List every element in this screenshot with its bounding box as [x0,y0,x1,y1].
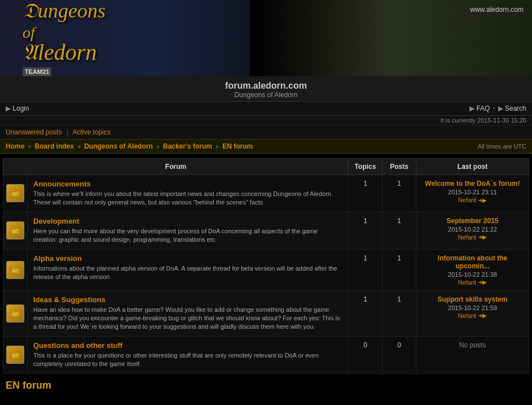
lastpost-cell: Support skills system 2015-10-22 21:59 N… [416,290,529,336]
title-bar: forum.aledorn.com Dungeons of Aledorn [0,76,532,102]
svg-rect-6 [12,230,19,231]
folder-icon [10,350,20,360]
lastpost-title-link[interactable]: Information about the upcomin... [438,254,507,270]
forum-icon-cell [3,336,28,373]
lastpost-arrow: ➜▶ [478,279,487,285]
table-row: Alpha version Informations about the pla… [3,249,529,290]
time-bar: It is currently 2015-11-30 15:20 [0,116,532,125]
unanswered-posts-link[interactable]: Unanswered posts [6,128,61,136]
active-topics-link[interactable]: Active topics [73,128,111,136]
col-lastpost: Last post [416,159,529,175]
table-header-row: Forum Topics Posts Last post [3,159,529,175]
faq-link[interactable]: FAQ [469,104,490,112]
lastpost-arrow: ➜▶ [478,234,487,240]
table-row: Announcements This is where we'll inform… [3,175,529,212]
en-forum-heading: EN forum [0,374,532,394]
lastpost-author-link[interactable]: Nefarit [458,279,476,286]
lastpost-author-link[interactable]: Nefarit [458,197,476,203]
forum-name-link[interactable]: Development [33,217,80,225]
lastpost-title-link[interactable]: Support skills system [437,295,507,303]
forum-name-cell: Alpha version Informations about the pla… [28,249,349,290]
forum-name-cell: Announcements This is where we'll inform… [28,175,349,212]
posts-count: 0 [382,336,416,373]
forum-name-link[interactable]: Questions and other stuff [33,341,122,350]
timezone: All times are UTC [478,143,526,150]
forum-name-cell: Questions and other stuff This is a plac… [28,336,349,373]
lastpost-cell: Welcome to the DoA´s forum! 2015-10-21 2… [416,175,529,212]
forum-icon [6,261,24,279]
login-link[interactable]: Login [6,104,29,112]
spacer [0,154,532,158]
breadcrumb-en-forum[interactable]: EN forum [222,142,253,150]
posts-count: 1 [382,249,416,290]
topics-count: 1 [349,175,382,212]
sep4: » [216,143,219,150]
table-row: Questions and other stuff This is a plac… [3,336,529,373]
posts-count: 1 [382,175,416,212]
svg-rect-17 [11,351,15,353]
lastpost-arrow: ➜▶ [478,312,487,319]
svg-rect-9 [11,266,15,268]
forum-icon-cell [3,249,28,290]
table-row: Ideas & Suggestions Have an idea how to … [3,290,529,336]
links-bar: Unanswered posts | Active topics [0,125,532,140]
forum-name-link[interactable]: Alpha version [33,254,82,263]
team-badge: TEAM21 [23,67,51,76]
lastpost-author: Nefarit ➜▶ [422,312,523,319]
posts-count: 1 [382,290,416,336]
sep3: » [156,143,160,150]
folder-icon [10,265,20,275]
forum-name-link[interactable]: Announcements [33,180,91,188]
logo-text: 𝔇ungeons of 𝔄ledorn [23,1,105,64]
breadcrumb-backers[interactable]: Backer's forum [163,142,212,150]
forum-desc: Here you can find more about the very de… [33,227,342,245]
right-links: FAQ • Search [469,104,526,112]
nav-bar: Login FAQ • Search [0,102,532,116]
forum-name-cell: Ideas & Suggestions Have an idea how to … [28,290,349,336]
lastpost-author: Nefarit ➜▶ [422,234,523,241]
svg-rect-11 [12,271,17,272]
lastpost-date: 2015-10-21 23:11 [422,189,523,195]
forum-icon-cell [3,290,28,336]
forum-name-cell: Development Here you can find more about… [28,212,349,249]
folder-icon [10,188,20,198]
nav-separator: • [493,104,495,112]
svg-rect-13 [11,310,15,312]
svg-rect-7 [12,232,17,233]
lastpost-author-link[interactable]: Nefarit [458,312,476,319]
lastpost-author: Nefarit ➜▶ [422,279,523,286]
lastpost-arrow: ➜▶ [478,197,487,203]
search-link[interactable]: Search [498,104,526,112]
forum-desc: This is a place for your questions or ot… [33,351,342,369]
forum-icon [6,346,24,364]
breadcrumb-home[interactable]: Home [6,142,24,150]
forum-icon-cell [3,212,28,249]
lastpost-title-link[interactable]: Welcome to the DoA´s forum! [425,180,520,188]
topics-count: 1 [349,212,382,249]
lastpost-author-link[interactable]: Nefarit [458,234,476,241]
table-row: Development Here you can find more about… [3,212,529,249]
forum-icon [6,304,24,323]
logo-line3: 𝔄ledorn [23,40,96,65]
breadcrumb-dungeons[interactable]: Dungeons of Aledorn [84,142,153,150]
col-forum: Forum [3,159,349,175]
breadcrumb: Home » Board index » Dungeons of Aledorn… [6,142,253,150]
forum-url: forum.aledorn.com [0,81,532,91]
folder-icon [10,308,20,319]
forum-subtitle: Dungeons of Aledorn [0,91,532,99]
logo-sub: of [23,24,35,41]
svg-rect-14 [12,313,19,314]
lastpost-cell: Information about the upcomin... 2015-10… [416,249,529,290]
links-separator: | [67,128,68,136]
lastpost-title-link[interactable]: September 2015 [446,217,498,225]
col-posts: Posts [382,159,416,175]
posts-count: 1 [382,212,416,249]
svg-rect-1 [11,189,15,191]
breadcrumb-board-index[interactable]: Board index [35,142,74,150]
topics-count: 1 [349,249,382,290]
lastpost-author: Nefarit ➜▶ [422,197,523,203]
forum-name-link[interactable]: Ideas & Suggestions [33,295,105,304]
forum-table: Forum Topics Posts Last post Announcemen… [3,158,529,374]
svg-rect-2 [12,193,19,194]
sep1: » [28,143,32,150]
